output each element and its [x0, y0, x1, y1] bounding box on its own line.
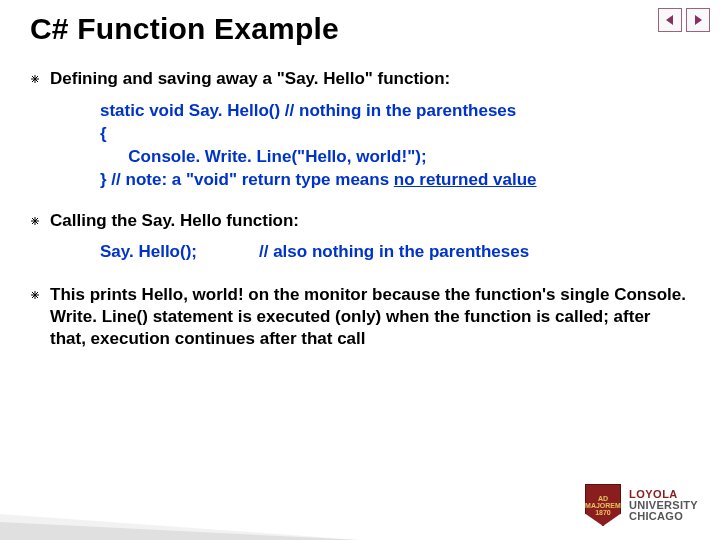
call-invoke: Say. Hello(); — [100, 242, 197, 261]
code-line-2: { — [100, 124, 107, 143]
shield-icon: AD MAJOREM 1870 — [585, 484, 621, 526]
shield-year: 1870 — [585, 509, 621, 516]
triangle-right-icon — [692, 14, 704, 26]
svg-marker-1 — [695, 15, 702, 25]
bullet-text-explanation: This prints Hello, world! on the monitor… — [50, 284, 690, 350]
bullet-item: Calling the Say. Hello function: — [30, 210, 690, 232]
code-line-4-underlined: no returned value — [394, 170, 537, 189]
university-logo: AD MAJOREM 1870 LOYOLA UNIVERSITY CHICAG… — [585, 484, 698, 526]
bullet-text-defining: Defining and saving away a "Say. Hello" … — [50, 68, 690, 90]
code-line-3: Console. Write. Line("Hello, world!"); — [100, 147, 427, 166]
code-line-1: static void Say. Hello() // nothing in t… — [100, 101, 516, 120]
svg-marker-0 — [666, 15, 673, 25]
logo-text: LOYOLA UNIVERSITY CHICAGO — [629, 489, 698, 522]
bullet-item: Defining and saving away a "Say. Hello" … — [30, 68, 690, 90]
prev-slide-button[interactable] — [658, 8, 682, 32]
code-block-call: Say. Hello();// also nothing in the pare… — [100, 242, 690, 262]
logo-line-2: UNIVERSITY — [629, 500, 698, 511]
call-comment: // also nothing in the parentheses — [259, 242, 529, 261]
slide-title: C# Function Example — [30, 12, 690, 46]
bullet-text-calling: Calling the Say. Hello function: — [50, 210, 690, 232]
bullet-icon — [30, 216, 40, 226]
slide-root: C# Function Example Defining and saving … — [0, 0, 720, 540]
decorative-wedge — [0, 522, 360, 540]
nav-button-group — [658, 8, 710, 32]
logo-line-1: LOYOLA — [629, 489, 698, 500]
shield-motto: AD MAJOREM — [585, 495, 621, 509]
next-slide-button[interactable] — [686, 8, 710, 32]
triangle-left-icon — [664, 14, 676, 26]
bullet-icon — [30, 290, 40, 300]
code-block-definition: static void Say. Hello() // nothing in t… — [100, 100, 690, 192]
bullet-icon — [30, 74, 40, 84]
bullet-item: This prints Hello, world! on the monitor… — [30, 284, 690, 350]
code-line-4-prefix: } // note: a "void" return type means — [100, 170, 394, 189]
logo-line-3: CHICAGO — [629, 511, 698, 522]
